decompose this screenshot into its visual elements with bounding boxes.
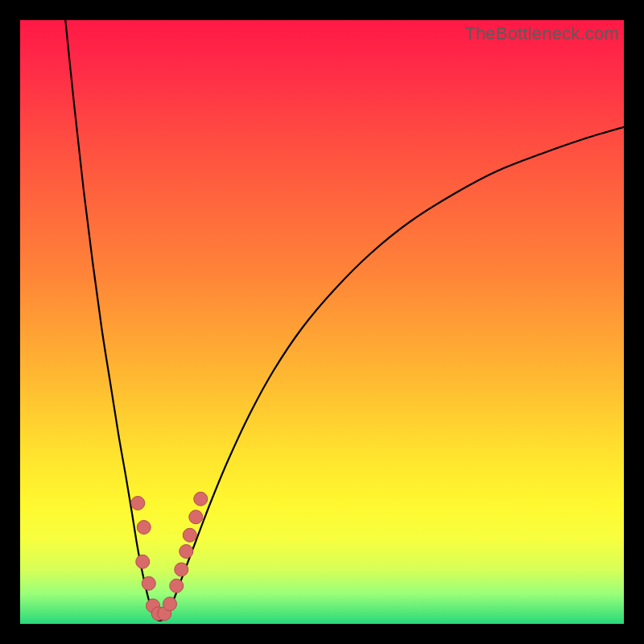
data-point (163, 597, 177, 611)
data-point (194, 492, 208, 506)
data-point (189, 510, 203, 524)
data-point (142, 576, 155, 590)
data-point (183, 528, 196, 542)
bottleneck-curve (20, 20, 624, 624)
data-point (175, 563, 188, 576)
plot-area: TheBottleneck.com (20, 20, 624, 624)
curve-markers (131, 492, 208, 621)
watermark-text: TheBottleneck.com (464, 23, 619, 44)
data-point (137, 521, 151, 535)
data-point (170, 579, 184, 592)
data-point (180, 545, 193, 559)
chart-frame: TheBottleneck.com (0, 0, 644, 644)
data-point (136, 555, 150, 568)
data-point (131, 497, 145, 510)
